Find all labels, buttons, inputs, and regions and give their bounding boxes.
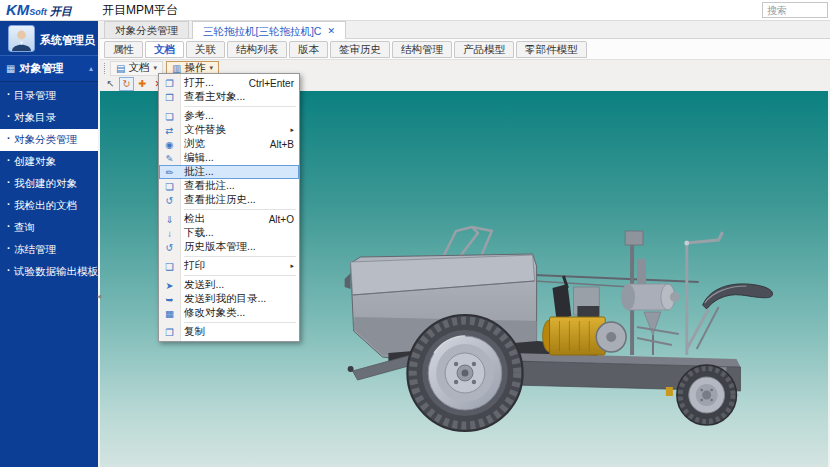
sidebar-item-create-object[interactable]: 创建对象 — [0, 151, 98, 173]
tool-glyph: ✚ — [139, 78, 147, 89]
tab-versions[interactable]: 版本 — [289, 41, 328, 58]
sidebar-item-label: 试验数据输出模板 — [14, 265, 98, 277]
tab-object-classification[interactable]: 对象分类管理 — [104, 21, 189, 38]
menu-item-label: 查看主对象... — [184, 90, 245, 104]
pan-tool-icon[interactable]: ✚ — [135, 77, 150, 91]
tab-structure-management[interactable]: 结构管理 — [392, 41, 452, 58]
tab-part-model[interactable]: 零部件模型 — [516, 41, 587, 58]
menu-item-right: Alt+B — [270, 139, 294, 150]
user-row: 系统管理员 — [0, 21, 98, 55]
page-title: 开目MPM平台 — [102, 2, 178, 19]
main-tab-label: 对象分类管理 — [115, 23, 178, 38]
sidebar-item-query[interactable]: 查询 — [0, 217, 98, 239]
menu-item-file-replace[interactable]: ⇄ 文件替换 ▸ — [159, 123, 299, 137]
document-icon: ▥ — [172, 63, 181, 74]
grid-icon: ▦ — [6, 63, 15, 74]
select-tool-icon[interactable]: ↖ — [103, 77, 118, 91]
tab-documents[interactable]: 文档 — [145, 41, 184, 58]
tab-properties[interactable]: 属性 — [104, 41, 143, 58]
document-menu-button[interactable]: ▤ 文档 ▾ — [110, 61, 163, 76]
menu-item-copy[interactable]: ❐ 复制 — [159, 325, 299, 339]
menu-item-icon: ⇓ — [159, 214, 180, 225]
menu-item-shortcut: Alt+O — [269, 214, 294, 225]
sidebar-item-catalog-management[interactable]: 目录管理 — [0, 85, 98, 107]
menu-item-checkout[interactable]: ⇓ 检出 Alt+O — [159, 212, 299, 226]
sub-tab-label: 产品模型 — [463, 43, 505, 55]
rotate-tool-icon[interactable]: ↻ — [119, 77, 134, 91]
person-icon — [9, 27, 34, 51]
tab-structure-list[interactable]: 结构列表 — [227, 41, 287, 58]
menu-item-right: ▸ — [290, 262, 294, 270]
sidebar-section-object-management[interactable]: ▦ 对象管理 ▴ — [0, 55, 98, 82]
menu-item-right: ▸ — [290, 126, 294, 134]
menu-item-icon: ❏ — [159, 181, 180, 192]
logo-km-text: KM — [6, 1, 29, 18]
menu-item-label: 查看批注... — [184, 179, 235, 193]
sub-tab-label: 零部件模型 — [525, 43, 578, 55]
menu-item-view-annotation-history[interactable]: ↺ 查看批注历史... — [159, 193, 299, 207]
menu-item-shortcut: Alt+B — [270, 139, 294, 150]
sidebar-item-label: 我创建的对象 — [14, 177, 77, 189]
menu-item-label: 浏览 — [184, 137, 205, 151]
menu-item-open[interactable]: ❐ 打开... Ctrl+Enter — [159, 76, 299, 90]
sidebar-item-label: 冻结管理 — [14, 243, 56, 255]
tool-glyph: ↻ — [123, 78, 131, 89]
menu-item-view-annotations[interactable]: ❏ 查看批注... — [159, 179, 299, 193]
menu-item-reference[interactable]: ❏ 参考... — [159, 109, 299, 123]
sub-tab-label: 关联 — [195, 43, 216, 55]
menu-item-right: Ctrl+Enter — [249, 78, 294, 89]
chevron-up-icon[interactable]: ▴ — [89, 64, 93, 73]
sidebar-collapse-icon[interactable]: ◂ — [97, 292, 102, 301]
menu-item-label: 编辑... — [184, 151, 214, 165]
close-icon[interactable]: ✕ — [327, 24, 335, 39]
menu-item-view-main-object[interactable]: ❒ 查看主对象... — [159, 90, 299, 104]
menu-item-send-to-my-directory[interactable]: ➥ 发送到我的目录... — [159, 292, 299, 306]
tab-tricycle-tractor[interactable]: 三轮拖拉机[三轮拖拉机]C ✕ — [192, 21, 346, 39]
menu-item-shortcut: Ctrl+Enter — [249, 78, 294, 89]
sidebar-item-label: 对象目录 — [14, 111, 56, 123]
menu-item-download[interactable]: ↓ 下载... — [159, 226, 299, 240]
tab-approval-history[interactable]: 签审历史 — [330, 41, 390, 58]
menu-item-send-to[interactable]: ➤ 发送到... — [159, 278, 299, 292]
menu-item-edit[interactable]: ✎ 编辑... — [159, 151, 299, 165]
search-input[interactable] — [762, 2, 828, 18]
menu-item-modify-object-class[interactable]: ▦ 修改对象类... — [159, 306, 299, 320]
sub-tab-label: 版本 — [298, 43, 319, 55]
menu-item-print[interactable]: ❑ 打印 ▸ — [159, 259, 299, 273]
menu-item-icon: ❐ — [159, 78, 180, 89]
sub-tab-label: 签审历史 — [339, 43, 381, 55]
sidebar-item-freeze-management[interactable]: 冻结管理 — [0, 239, 98, 261]
menu-item-label: 批注... — [184, 165, 214, 179]
menu-item-annotate[interactable]: ✏ 批注... — [159, 165, 299, 179]
logo-soft-text: Soft — [29, 7, 47, 17]
sidebar-item-test-data-output-template[interactable]: 试验数据输出模板 — [0, 261, 98, 283]
toolbar-button-label: 文档 — [128, 61, 149, 75]
sidebar-item-object-classification[interactable]: 对象分类管理 — [0, 129, 98, 151]
app-header: KMSoft 开目 开目MPM平台 — [0, 0, 830, 21]
search-box — [762, 2, 828, 18]
menu-item-icon: ➥ — [159, 294, 180, 305]
sidebar-item-my-checked-out-docs[interactable]: 我检出的文档 — [0, 195, 98, 217]
sidebar-item-label: 对象分类管理 — [14, 133, 77, 145]
menu-item-label: 发送到... — [184, 278, 224, 292]
sidebar-item-object-directory[interactable]: 对象目录 — [0, 107, 98, 129]
tab-product-model[interactable]: 产品模型 — [454, 41, 514, 58]
menu-item-icon: ❐ — [159, 327, 180, 338]
menu-item-label: 修改对象类... — [184, 306, 245, 320]
user-name: 系统管理员 — [40, 33, 95, 52]
sidebar-item-my-created-objects[interactable]: 我创建的对象 — [0, 173, 98, 195]
sub-tab-label: 结构列表 — [236, 43, 278, 55]
menu-item-label: 打开... — [184, 76, 214, 90]
document-icon: ▤ — [116, 63, 125, 74]
tab-associations[interactable]: 关联 — [186, 41, 225, 58]
menu-item-label: 参考... — [184, 109, 214, 123]
menu-item-browse[interactable]: ◉ 浏览 Alt+B — [159, 137, 299, 151]
kmsoft-logo: KMSoft 开目 — [0, 1, 98, 19]
operation-context-menu: ❐ 打开... Ctrl+Enter ❒ 查看主对象... ❏ 参考... ⇄ — [158, 73, 300, 342]
menu-item-version-history[interactable]: ↺ 历史版本管理... — [159, 240, 299, 254]
menu-item-icon: ➤ — [159, 280, 180, 291]
sidebar-section-label: 对象管理 — [19, 61, 63, 76]
menu-item-label: 历史版本管理... — [184, 240, 256, 254]
menu-item-right: Alt+O — [269, 214, 294, 225]
menu-item-label: 下载... — [184, 226, 214, 240]
